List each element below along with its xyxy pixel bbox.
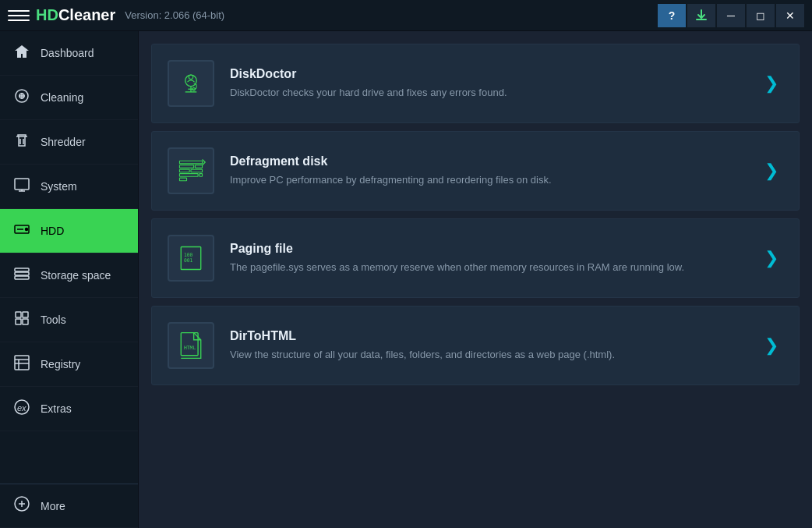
paging-arrow: ❯ <box>760 248 783 268</box>
svg-rect-37 <box>179 174 198 177</box>
card-defragment[interactable]: Defragment disk Improve PC performance b… <box>151 131 800 211</box>
paging-icon: 100 001 <box>168 235 214 282</box>
defragment-desc: Improve PC performance by defragmenting … <box>230 173 744 187</box>
menu-button[interactable] <box>8 5 30 27</box>
defragment-icon <box>168 147 214 194</box>
more-icon <box>12 495 31 516</box>
restore-button[interactable]: ◻ <box>747 4 775 27</box>
svg-rect-17 <box>15 356 29 370</box>
svg-rect-10 <box>15 268 29 271</box>
sidebar-label-dashboard: Dashboard <box>41 47 94 59</box>
diskdoctor-text: DiskDoctor DiskDoctor checks your hard d… <box>230 67 744 100</box>
svg-rect-33 <box>179 165 193 168</box>
sidebar-label-system: System <box>41 180 77 193</box>
defragment-arrow: ❯ <box>760 161 783 181</box>
help-button[interactable]: ? <box>658 4 686 27</box>
svg-point-27 <box>189 75 192 79</box>
dirtohtml-arrow: ❯ <box>760 335 783 356</box>
card-dirtohtml[interactable]: HTML DirToHTML View the structure of all… <box>151 306 800 385</box>
sidebar-item-extras[interactable]: ex Extras <box>0 387 138 431</box>
svg-rect-35 <box>179 169 189 172</box>
sidebar-label-extras: Extras <box>41 402 72 415</box>
sidebar-item-registry[interactable]: Registry <box>0 342 138 387</box>
svg-rect-38 <box>199 174 203 177</box>
svg-text:001: 001 <box>184 257 193 263</box>
download-button[interactable] <box>687 4 715 27</box>
extras-icon: ex <box>12 399 31 420</box>
svg-rect-34 <box>195 165 202 168</box>
dirtohtml-icon: HTML <box>168 322 214 369</box>
sidebar-label-more: More <box>41 500 65 512</box>
svg-rect-32 <box>179 161 202 164</box>
sidebar-label-shredder: Shredder <box>41 136 86 148</box>
diskdoctor-title: DiskDoctor <box>230 67 744 81</box>
diskdoctor-arrow: ❯ <box>760 73 783 94</box>
close-button[interactable]: ✕ <box>776 4 804 27</box>
sidebar-item-storage-space[interactable]: Storage space <box>0 253 138 298</box>
tools-icon <box>12 310 31 331</box>
cleaning-icon <box>12 87 31 108</box>
shredder-icon <box>12 132 31 153</box>
svg-rect-14 <box>23 312 28 317</box>
svg-text:100: 100 <box>184 252 193 257</box>
diskdoctor-icon <box>168 60 214 107</box>
svg-rect-43 <box>181 333 198 356</box>
svg-point-9 <box>26 228 28 230</box>
svg-text:HTML: HTML <box>184 345 196 350</box>
sidebar-item-dashboard[interactable]: Dashboard <box>0 31 138 76</box>
svg-rect-12 <box>15 276 29 279</box>
sidebar-item-shredder[interactable]: Shredder <box>0 120 138 165</box>
defragment-text: Defragment disk Improve PC performance b… <box>230 154 744 187</box>
sidebar-item-hdd[interactable]: HDD <box>0 209 138 253</box>
registry-icon <box>12 354 31 375</box>
sidebar-item-tools[interactable]: Tools <box>0 298 138 342</box>
home-icon <box>12 43 31 64</box>
sidebar-item-more[interactable]: More <box>0 484 138 528</box>
storage-icon <box>12 265 31 286</box>
hdd-icon <box>12 221 31 242</box>
app-version: Version: 2.066 (64-bit) <box>125 9 658 21</box>
dirtohtml-title: DirToHTML <box>230 329 744 343</box>
sidebar-label-cleaning: Cleaning <box>41 91 83 104</box>
sidebar-label-hdd: HDD <box>41 225 64 237</box>
diskdoctor-desc: DiskDoctor checks your hard drive and fi… <box>230 86 744 100</box>
main-layout: Dashboard Cleaning Shredder <box>0 31 812 528</box>
card-diskdoctor[interactable]: DiskDoctor DiskDoctor checks your hard d… <box>151 44 800 123</box>
svg-text:ex: ex <box>17 403 26 413</box>
window-controls: ? ─ ◻ ✕ <box>658 4 804 27</box>
dirtohtml-text: DirToHTML View the structure of all your… <box>230 329 744 362</box>
svg-rect-4 <box>15 179 29 190</box>
svg-rect-15 <box>16 319 21 324</box>
paging-text: Paging file The pagefile.sys serves as a… <box>230 242 744 275</box>
svg-rect-13 <box>16 312 21 317</box>
svg-rect-16 <box>23 319 28 324</box>
svg-rect-36 <box>191 169 203 172</box>
app-logo: HDCleaner <box>36 6 115 24</box>
sidebar-label-storage: Storage space <box>41 269 111 282</box>
paging-title: Paging file <box>230 242 744 256</box>
dirtohtml-desc: View the structure of all your data, fil… <box>230 348 744 362</box>
svg-rect-39 <box>179 178 186 181</box>
minimize-button[interactable]: ─ <box>717 4 745 27</box>
defragment-title: Defragment disk <box>230 154 744 168</box>
titlebar: HDCleaner Version: 2.066 (64-bit) ? ─ ◻ … <box>0 0 812 31</box>
content-area: DiskDoctor DiskDoctor checks your hard d… <box>139 31 812 528</box>
sidebar: Dashboard Cleaning Shredder <box>0 31 139 528</box>
svg-rect-11 <box>15 272 29 275</box>
sidebar-label-tools: Tools <box>41 314 66 326</box>
paging-desc: The pagefile.sys serves as a memory rese… <box>230 260 744 275</box>
sidebar-item-system[interactable]: System <box>0 165 138 209</box>
system-icon <box>12 176 31 197</box>
card-paging[interactable]: 100 001 Paging file The pagefile.sys ser… <box>151 218 800 298</box>
sidebar-label-registry: Registry <box>41 358 80 370</box>
sidebar-item-cleaning[interactable]: Cleaning <box>0 76 138 120</box>
